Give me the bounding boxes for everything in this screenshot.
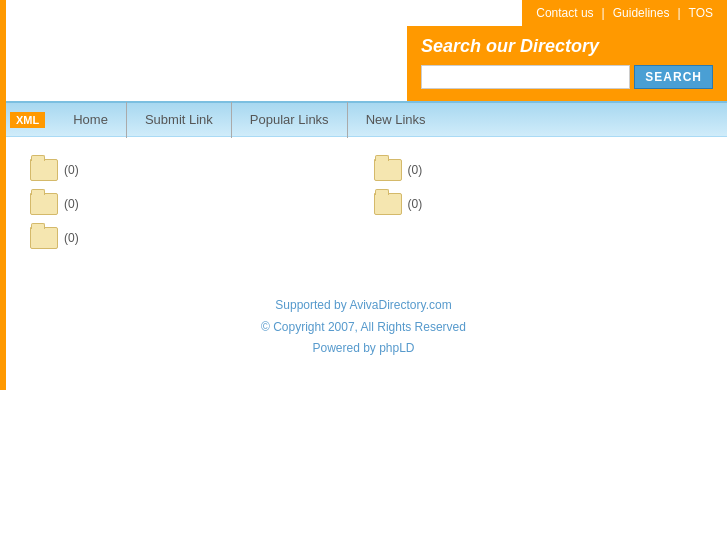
header-right: Contact us | Guidelines | TOS Search our… <box>407 0 727 101</box>
category-label: (0) <box>64 163 79 177</box>
nav-submit-link[interactable]: Submit Link <box>127 102 232 138</box>
footer-line3: Powered by phpLD <box>0 338 727 360</box>
search-box: Search our Directory SEARCH <box>407 26 727 101</box>
left-accent-strip <box>0 0 6 390</box>
nav-bar: XML Home Submit Link Popular Links New L… <box>0 101 727 137</box>
contact-link[interactable]: Contact us <box>536 6 593 20</box>
header-left <box>0 0 407 101</box>
folder-icon <box>374 159 402 181</box>
search-title: Search our Directory <box>421 36 713 57</box>
folder-icon <box>30 193 58 215</box>
top-links-bar: Contact us | Guidelines | TOS <box>522 0 727 26</box>
nav-popular-links[interactable]: Popular Links <box>232 102 348 138</box>
folder-icon <box>30 227 58 249</box>
list-item-empty <box>364 221 708 255</box>
category-label: (0) <box>408 163 423 177</box>
nav-new-links[interactable]: New Links <box>348 102 444 138</box>
list-item: (0) <box>364 153 708 187</box>
list-item: (0) <box>20 153 364 187</box>
footer: Supported by AvivaDirectory.com © Copyri… <box>0 275 727 390</box>
guidelines-link[interactable]: Guidelines <box>613 6 670 20</box>
footer-line1: Supported by AvivaDirectory.com <box>0 295 727 317</box>
category-label: (0) <box>64 231 79 245</box>
search-form: SEARCH <box>421 65 713 89</box>
nav-home[interactable]: Home <box>55 102 127 138</box>
categories-grid: (0) (0) (0) (0) (0) <box>20 153 707 255</box>
main-content: (0) (0) (0) (0) (0) <box>0 137 727 275</box>
list-item: (0) <box>20 221 364 255</box>
header-row: Contact us | Guidelines | TOS Search our… <box>0 0 727 101</box>
search-input[interactable] <box>421 65 630 89</box>
nav-links: Home Submit Link Popular Links New Links <box>55 102 443 138</box>
sep2: | <box>677 6 680 20</box>
tos-link[interactable]: TOS <box>689 6 713 20</box>
folder-icon <box>374 193 402 215</box>
folder-icon <box>30 159 58 181</box>
category-label: (0) <box>408 197 423 211</box>
list-item: (0) <box>20 187 364 221</box>
search-button[interactable]: SEARCH <box>634 65 713 89</box>
list-item: (0) <box>364 187 708 221</box>
footer-line2: © Copyright 2007, All Rights Reserved <box>0 317 727 339</box>
sep1: | <box>602 6 605 20</box>
xml-badge: XML <box>10 112 45 128</box>
category-label: (0) <box>64 197 79 211</box>
